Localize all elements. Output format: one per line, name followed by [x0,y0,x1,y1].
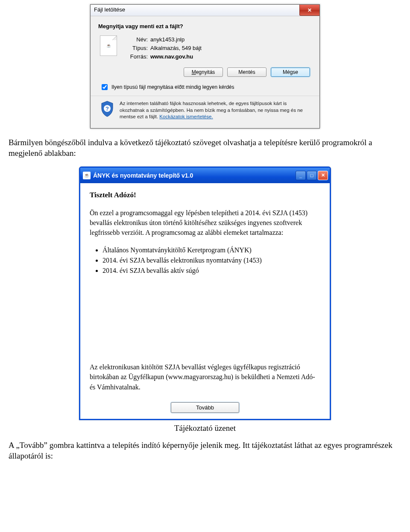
warning-text-block: Az interneten található fájlok hasznosak… [120,100,310,120]
doc-paragraph-2: A „Tovább” gombra kattintva a telepítés … [9,440,401,462]
name-value: anyk1453.jnlp [150,36,202,43]
close-button[interactable]: ✕ [299,5,319,16]
minimize-button[interactable]: _ [296,171,306,180]
dialog-titlebar: Fájl letöltése ✕ [91,5,319,16]
dialog-question: Megnyitja vagy menti ezt a fájlt? [98,23,312,29]
maximize-icon: □ [310,173,313,178]
greeting: Tisztelt Adózó! [90,191,320,199]
submit-info-paragraph: Az elektronikusan kitöltött SZJA bevallá… [90,362,320,392]
list-item: Általános Nyomtatványkitöltő Keretprogra… [102,245,320,255]
component-list: Általános Nyomtatványkitöltő Keretprogra… [90,245,320,276]
installer-titlebar: ☕ ÁNYK és nyomtatvány telepítő v1.0 _ □ … [80,168,330,183]
risk-link[interactable]: Kockázatok ismertetése. [159,114,213,119]
type-label: Típus: [123,45,148,51]
installer-title: ÁNYK és nyomtatvány telepítő v1.0 [93,172,293,179]
file-icon: ☕ [100,35,117,56]
java-icon: ☕ [83,172,91,179]
close-icon: ✕ [308,7,312,13]
installer-window: ☕ ÁNYK és nyomtatvány telepítő v1.0 _ □ … [79,167,331,420]
shield-icon: ? [100,100,114,117]
cancel-button[interactable]: Mégse [271,67,310,77]
close-button[interactable]: ✕ [318,171,328,180]
minimize-icon: _ [299,173,302,178]
maximize-button[interactable]: □ [307,171,317,180]
save-button-label: Mentés [238,69,255,75]
close-icon: ✕ [321,172,325,178]
open-button-label: egnyitás [196,69,215,75]
separator [91,96,319,96]
always-ask-checkbox-row[interactable]: Ilyen típusú fájl megnyitása előtt mindi… [100,83,312,91]
source-value: www.nav.gov.hu [150,53,202,60]
doc-paragraph-1: Bármilyen böngészőből indulva a következ… [9,137,401,159]
next-button[interactable]: Tovább [171,402,239,413]
always-ask-label: Ilyen típusú fájl megnyitása előtt mindi… [111,84,234,90]
cancel-button-label: Mégse [283,69,298,75]
svg-text:?: ? [105,105,109,112]
always-ask-checkbox[interactable] [102,84,108,90]
dialog-title: Fájl letöltése [91,5,299,16]
next-button-label: Tovább [196,404,214,411]
list-item: 2014. évi SZJA bevallás elektronikus nyo… [102,255,320,266]
intro-paragraph: Ön ezzel a programcsomaggal egy lépésben… [90,208,320,238]
java-icon: ☕ [106,44,111,48]
save-button[interactable]: Mentés [227,67,266,77]
open-button[interactable]: Megnyitás [184,67,223,77]
file-download-dialog: Fájl letöltése ✕ Megnyitja vagy menti ez… [90,4,320,129]
source-label: Forrás: [123,53,148,60]
figure-caption: Tájékoztató üzenet [9,424,401,433]
list-item: 2014. évi SZJA bevallás aktív súgó [102,266,320,276]
type-value: Alkalmazás, 549 bájt [150,45,202,51]
name-label: Név: [123,36,148,43]
